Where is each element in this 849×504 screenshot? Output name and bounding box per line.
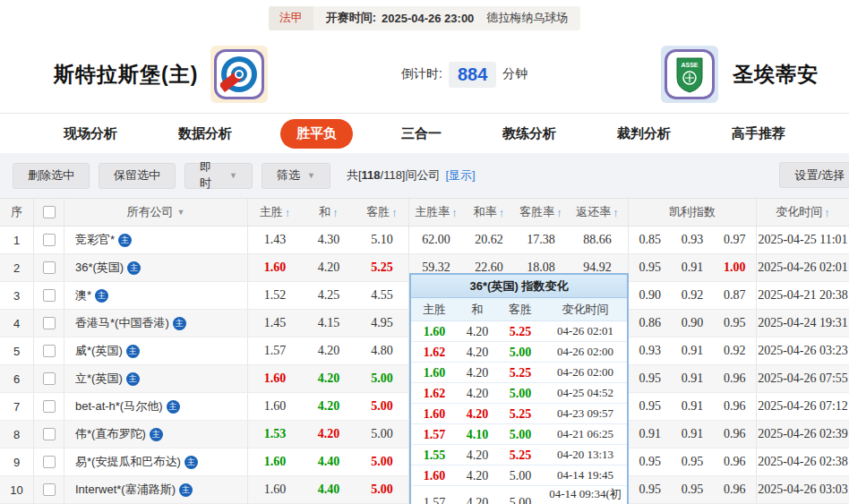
popup-column-主胜: 主胜 [411,302,458,318]
nav-tab-裁判分析[interactable]: 裁判分析 [605,119,683,149]
row-checkbox[interactable] [43,345,56,357]
row-checkbox[interactable] [43,289,56,302]
home-odds: 1.53 [248,421,302,448]
company-name[interactable]: 威*(英国)主 [64,337,248,364]
nav-tab-三合一[interactable]: 三合一 [389,119,454,149]
away-odds: 5.00 [356,393,409,420]
change-time: 2025-04-26 02:01 [757,254,849,281]
kickoff-label: 开赛时间: [326,10,376,26]
change-time: 2025-04-26 07:12 [757,393,849,420]
row-checkbox[interactable] [43,456,56,468]
column-header-和[interactable]: 和↑ [302,199,356,226]
company-name[interactable]: 立*(英国)主 [64,365,248,392]
away-odds: 5.10 [356,226,409,253]
row-checkbox[interactable] [43,428,56,440]
column-header-checkbox[interactable] [34,199,64,226]
home-odds: 1.43 [248,226,302,253]
row-seq: 10 [0,476,34,503]
popup-away-odds: 5.25 [497,406,544,422]
popup-title: 36*(英国) 指数变化 [411,275,627,298]
sort-asc-icon: ↑ [824,206,830,219]
popup-header-row: 主胜和客胜变化时间 [411,298,627,321]
company-name[interactable]: 伟*(直布罗陀)主 [64,421,248,448]
match-info-strip: 法甲 开赛时间: 2025-04-26 23:00 德拉梅纳乌球场 [269,6,581,30]
nav-tab-数据分析[interactable]: 数据分析 [166,119,244,149]
popup-column-和: 和 [458,302,497,318]
company-name[interactable]: 竞彩官*主 [64,226,248,253]
company-name[interactable]: Interwet*(塞浦路斯)主 [64,476,248,503]
nav-tab-教练分析[interactable]: 教练分析 [490,119,569,149]
kelly-index: 0.950.910.96 [629,393,757,420]
popup-away-odds: 5.25 [497,323,544,339]
kelly-index: 0.950.911.00 [629,254,757,281]
kelly-index: 0.860.900.95 [629,310,757,337]
popup-draw-odds: 4.20 [458,344,497,360]
column-header-和率[interactable]: 和率↑ [463,199,515,226]
nav-tab-胜平负[interactable]: 胜平负 [280,119,353,149]
select-all-checkbox[interactable] [43,206,56,218]
row-checkbox-cell [34,421,64,448]
row-checkbox[interactable] [43,400,56,413]
venue-name: 德拉梅纳乌球场 [486,10,568,26]
draw-odds: 4.20 [302,421,356,448]
sort-asc-icon: ↑ [451,206,458,219]
nav-tab-高手推荐[interactable]: 高手推荐 [719,119,798,149]
company-name[interactable]: 易*(安提瓜和巴布达)主 [64,448,248,475]
column-header-主胜率[interactable]: 主胜率↑ [409,199,463,226]
sort-asc-icon: ↑ [613,206,619,219]
row-checkbox[interactable] [43,261,56,274]
row-checkbox[interactable] [43,234,56,246]
company-name[interactable]: bet-at-h*(马尔他)主 [64,393,248,420]
popup-draw-odds: 4.20 [458,447,497,463]
popup-home-odds: 1.62 [411,385,458,401]
column-header-变化时间[interactable]: 变化时间↑ [757,199,849,226]
chevron-down-icon: ▼ [307,171,315,180]
popup-away-odds: 5.00 [497,467,544,483]
row-checkbox-cell [34,310,64,337]
row-checkbox-cell [34,476,64,503]
popup-away-odds: 5.25 [497,364,544,380]
row-seq: 7 [0,393,34,420]
kelly-index: 0.900.920.87 [629,282,757,309]
popup-change-time: 04-26 02:01 [544,324,627,338]
row-checkbox[interactable] [43,483,56,496]
table-row[interactable]: 1竞彩官*主1.434.305.1062.0020.6217.3888.660.… [0,226,849,254]
popup-history-row: 1.604.205.2504-26 02:00 [411,363,627,383]
column-header-所有公司[interactable]: 所有公司▼ [64,199,248,226]
home-odds: 1.57 [248,337,302,364]
kickoff-time: 2025-04-26 23:00 [382,12,474,25]
row-checkbox[interactable] [43,372,56,385]
column-header-返还率[interactable]: 返还率↑ [567,199,629,226]
popup-home-odds: 1.55 [411,447,458,463]
home-team-name: 斯特拉斯堡(主) [54,61,198,89]
popup-away-odds: 5.00 [497,344,544,360]
away-team-name: 圣埃蒂安 [733,61,819,89]
company-name[interactable]: 澳*主 [64,282,248,309]
keep-selected-button[interactable]: 保留选中 [99,163,176,189]
change-time: 2025-04-26 02:38 [757,448,849,475]
nav-tab-现场分析[interactable]: 现场分析 [51,119,130,149]
company-name[interactable]: 36*(英国)主 [64,254,248,281]
company-name[interactable]: 香港马*(中国香港)主 [64,310,248,337]
popup-away-odds: 5.00 [497,385,544,401]
home-badge-icon: 主 [173,317,186,330]
row-checkbox[interactable] [43,317,56,329]
popup-history-row: 1.624.205.0004-26 02:00 [411,342,627,363]
match-info-bar: 法甲 开赛时间: 2025-04-26 23:00 德拉梅纳乌球场 [0,0,849,36]
home-odds: 1.60 [248,448,302,475]
column-header-客胜[interactable]: 客胜↑ [356,199,409,226]
show-link[interactable]: [显示] [445,167,475,184]
analysis-nav: 现场分析数据分析胜平负三合一教练分析裁判分析高手推荐 [0,114,849,153]
draw-odds: 4.20 [302,254,356,281]
change-time: 2025-04-25 11:01 [757,226,849,253]
countdown-unit: 分钟 [502,66,527,82]
popup-column-变化时间: 变化时间 [544,302,627,318]
settings-button[interactable]: 设置/选择 [779,162,849,188]
filter-dropdown[interactable]: 筛选 ▼ [262,163,330,189]
column-header-客胜率[interactable]: 客胜率↑ [515,199,567,226]
kelly-index: 0.950.950.96 [629,448,757,475]
delete-selected-button[interactable]: 删除选中 [13,163,90,189]
row-checkbox-cell [34,448,64,475]
realtime-dropdown[interactable]: 即时 ▼ [184,163,253,189]
column-header-主胜[interactable]: 主胜↑ [248,199,302,226]
